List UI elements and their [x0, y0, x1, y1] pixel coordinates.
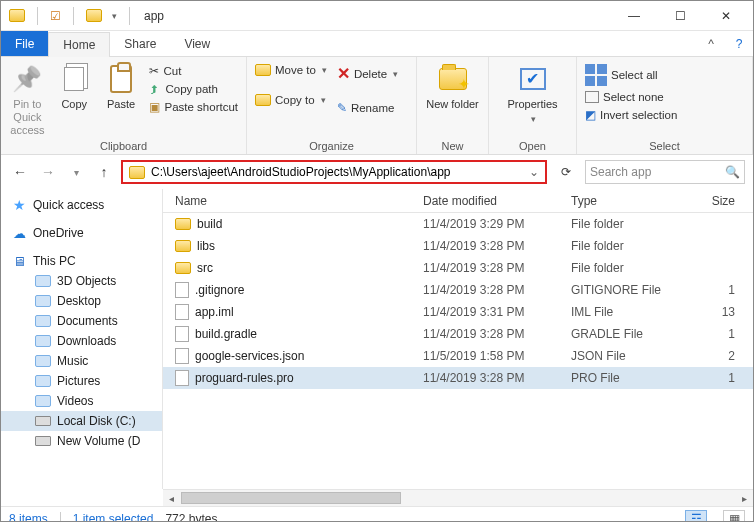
- table-row[interactable]: src11/4/2019 3:28 PMFile folder: [163, 257, 753, 279]
- file-icon: [175, 370, 189, 386]
- sidebar-item[interactable]: Downloads: [1, 331, 162, 351]
- sidebar-item[interactable]: Videos: [1, 391, 162, 411]
- folder-icon: [35, 355, 51, 367]
- star-icon: ★: [11, 198, 27, 212]
- sidebar-item-onedrive[interactable]: ☁OneDrive: [1, 223, 162, 243]
- back-button[interactable]: ←: [9, 161, 31, 183]
- folder-icon: [9, 9, 25, 22]
- thumbnails-view-button[interactable]: ▦: [723, 510, 745, 523]
- sidebar-item[interactable]: Documents: [1, 311, 162, 331]
- folder-icon: [86, 9, 102, 22]
- chevron-down-icon: ▾: [321, 95, 326, 105]
- forward-button[interactable]: →: [37, 161, 59, 183]
- new-folder-button[interactable]: ✦ New folder: [424, 59, 482, 111]
- status-bar: 8 items 1 item selected 772 bytes ☲ ▦: [1, 506, 753, 522]
- minimize-button[interactable]: —: [611, 2, 657, 30]
- chevron-down-icon: ▾: [531, 114, 536, 125]
- table-row[interactable]: build11/4/2019 3:29 PMFile folder: [163, 213, 753, 235]
- maximize-button[interactable]: ☐: [657, 2, 703, 30]
- table-row[interactable]: app.iml11/4/2019 3:31 PMIML File13: [163, 301, 753, 323]
- group-label: New: [423, 138, 482, 154]
- sidebar-item[interactable]: 3D Objects: [1, 271, 162, 291]
- navigation-bar: ← → ▾ ↑ ⌄ ⟳ Search app 🔍: [1, 155, 753, 189]
- checkmark-icon: ☑: [50, 9, 61, 23]
- shortcut-icon: ▣: [149, 100, 160, 114]
- help-button[interactable]: ?: [725, 31, 753, 56]
- paste-shortcut-button[interactable]: ▣Paste shortcut: [147, 98, 240, 116]
- table-row[interactable]: proguard-rules.pro11/4/2019 3:28 PMPRO F…: [163, 367, 753, 389]
- scrollbar-thumb[interactable]: [181, 492, 401, 504]
- column-name[interactable]: Name: [163, 194, 423, 208]
- folder-icon: ✦: [437, 63, 469, 95]
- column-date[interactable]: Date modified: [423, 194, 571, 208]
- invert-selection-button[interactable]: ◩Invert selection: [583, 106, 679, 124]
- status-selection: 1 item selected: [73, 512, 154, 523]
- sidebar-item[interactable]: Music: [1, 351, 162, 371]
- file-icon: [175, 304, 189, 320]
- recent-locations-button[interactable]: ▾: [65, 161, 87, 183]
- up-button[interactable]: ↑: [93, 161, 115, 183]
- column-type[interactable]: Type: [571, 194, 683, 208]
- column-headers[interactable]: Name Date modified Type Size: [163, 189, 753, 213]
- address-input[interactable]: [151, 165, 525, 179]
- paste-button[interactable]: Paste: [101, 59, 142, 111]
- chevron-down-icon[interactable]: ⌄: [525, 165, 543, 179]
- collapse-ribbon-button[interactable]: ^: [697, 31, 725, 56]
- search-icon: 🔍: [725, 165, 740, 179]
- group-label: Open: [495, 138, 570, 154]
- sidebar-item[interactable]: Desktop: [1, 291, 162, 311]
- status-item-count: 8 items: [9, 512, 48, 523]
- horizontal-scrollbar[interactable]: ◂ ▸: [163, 489, 753, 506]
- cloud-icon: ☁: [11, 226, 27, 240]
- close-button[interactable]: ✕: [703, 2, 749, 30]
- folder-icon: [175, 218, 191, 230]
- sidebar-item[interactable]: Local Disk (C:): [1, 411, 162, 431]
- refresh-button[interactable]: ⟳: [553, 160, 579, 184]
- copy-path-button[interactable]: ⮭Copy path: [147, 81, 240, 97]
- tab-file[interactable]: File: [1, 31, 48, 56]
- address-bar[interactable]: ⌄: [121, 160, 547, 184]
- delete-button[interactable]: ✕Delete▾: [335, 62, 400, 85]
- search-input[interactable]: Search app 🔍: [585, 160, 745, 184]
- pin-icon: [11, 63, 43, 95]
- move-to-button[interactable]: Move to▾: [253, 62, 329, 78]
- table-row[interactable]: build.gradle11/4/2019 3:28 PMGRADLE File…: [163, 323, 753, 345]
- folder-icon: [35, 275, 51, 287]
- scroll-right-button[interactable]: ▸: [736, 490, 753, 507]
- copy-button[interactable]: Copy: [54, 59, 95, 111]
- properties-button[interactable]: ✔ Properties ▾: [504, 59, 562, 125]
- select-none-icon: [585, 91, 599, 103]
- sidebar-item[interactable]: New Volume (D: [1, 431, 162, 451]
- main-area: ★Quick access ☁OneDrive 🖥This PC 3D Obje…: [1, 189, 753, 489]
- sidebar-item[interactable]: Pictures: [1, 371, 162, 391]
- scroll-left-button[interactable]: ◂: [163, 490, 180, 507]
- tab-view[interactable]: View: [170, 31, 224, 56]
- folder-icon: [255, 64, 271, 76]
- details-view-button[interactable]: ☲: [685, 510, 707, 523]
- ribbon-tabs: File Home Share View ^ ?: [1, 31, 753, 57]
- select-none-button[interactable]: Select none: [583, 89, 679, 105]
- table-row[interactable]: .gitignore11/4/2019 3:28 PMGITIGNORE Fil…: [163, 279, 753, 301]
- tab-home[interactable]: Home: [48, 32, 110, 57]
- table-row[interactable]: libs11/4/2019 3:28 PMFile folder: [163, 235, 753, 257]
- sidebar-item-this-pc[interactable]: 🖥This PC: [1, 251, 162, 271]
- file-icon: [175, 282, 189, 298]
- ribbon: Pin to Quick access Copy Paste ✂Cut ⮭Cop…: [1, 57, 753, 155]
- table-row[interactable]: google-services.json11/5/2019 1:58 PMJSO…: [163, 345, 753, 367]
- copy-to-button[interactable]: Copy to▾: [253, 92, 329, 108]
- invert-icon: ◩: [585, 108, 596, 122]
- tab-share[interactable]: Share: [110, 31, 170, 56]
- column-size[interactable]: Size: [683, 194, 753, 208]
- chevron-down-icon[interactable]: ▾: [112, 11, 117, 21]
- select-all-icon: [585, 64, 607, 86]
- copy-path-icon: ⮭: [149, 83, 161, 95]
- sidebar-item-quick-access[interactable]: ★Quick access: [1, 195, 162, 215]
- copy-icon: [58, 63, 90, 95]
- navigation-pane[interactable]: ★Quick access ☁OneDrive 🖥This PC 3D Obje…: [1, 189, 163, 489]
- select-all-button[interactable]: Select all: [583, 62, 679, 88]
- pin-to-quick-access-button[interactable]: Pin to Quick access: [7, 59, 48, 138]
- rename-button[interactable]: ✎Rename: [335, 99, 400, 117]
- window-title: app: [144, 9, 164, 23]
- folder-icon: [35, 295, 51, 307]
- cut-button[interactable]: ✂Cut: [147, 62, 240, 80]
